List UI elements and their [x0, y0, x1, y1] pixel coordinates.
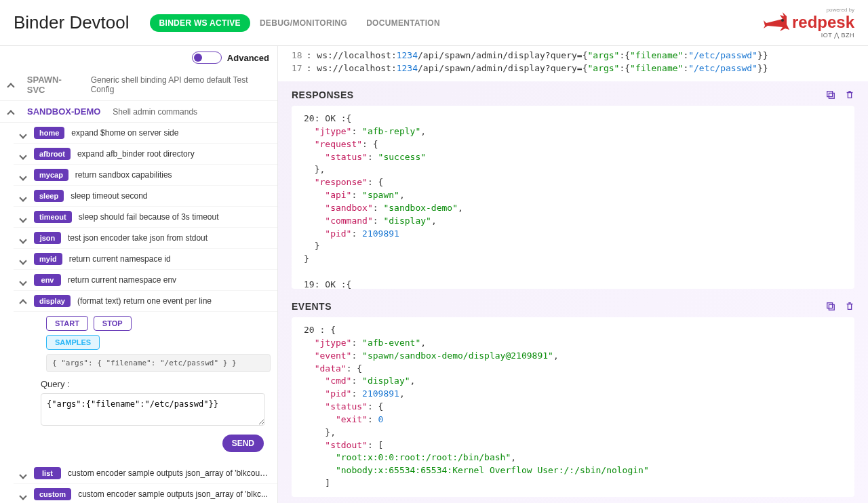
query-label: Query : [41, 379, 271, 389]
svg-rect-4 [829, 304, 834, 310]
app-title: Binder Devtool [14, 12, 130, 33]
chevron-up-icon [8, 81, 15, 88]
responses-pane[interactable]: 20: OK :{ "jtype": "afb-reply", "request… [292, 106, 854, 289]
verb-custom[interactable]: customcustom encoder sample outputs json… [14, 484, 277, 503]
api-sandbox-demo[interactable]: SANDBOX-DEMO Shell admin commands [0, 101, 277, 123]
events-header: EVENTS [278, 293, 868, 317]
trash-icon[interactable] [845, 302, 854, 311]
verb-myid[interactable]: myidreturn current namespace id [14, 249, 277, 270]
chevron-down-icon [20, 470, 27, 477]
chevron-down-icon [20, 256, 27, 262]
api-name: SANDBOX-DEMO [27, 106, 100, 117]
chevron-down-icon [20, 150, 27, 157]
verb-list[interactable]: listcustom encoder sample outputs json_a… [14, 463, 277, 484]
verb-list: homeexpand $home on server side afbroote… [0, 123, 277, 503]
nav-documentation[interactable]: DOCUMENTATION [357, 14, 450, 32]
chevron-down-icon [20, 491, 27, 498]
logo-powered-by: powered by [792, 7, 854, 13]
api-spawn-svc[interactable]: SPAWN-SVC Generic shell binding API demo… [0, 69, 277, 101]
trash-icon[interactable] [845, 90, 854, 100]
sidebar: Advanced SPAWN-SVC Generic shell binding… [0, 46, 278, 503]
responses-title: RESPONSES [292, 89, 354, 100]
start-button[interactable]: START [46, 316, 88, 331]
query-input[interactable] [41, 393, 265, 426]
logo-subtitle: IOT ⋀ BZH [792, 32, 854, 39]
verb-afbroot[interactable]: afbrootexpand afb_binder root directory [14, 144, 277, 165]
nav-binder-ws[interactable]: BINDER WS ACTIVE [150, 14, 250, 32]
verb-home[interactable]: homeexpand $home on server side [14, 123, 277, 144]
url-line-17: 17: ws://localhost:1234/api/spawn/admin/… [292, 62, 854, 75]
verb-mycap[interactable]: mycapreturn sandbox capabilities [14, 165, 277, 186]
svg-rect-3 [827, 303, 833, 308]
copy-icon[interactable] [826, 90, 835, 100]
app-header: Binder Devtool BINDER WS ACTIVE DEBUG/MO… [0, 0, 868, 46]
logo-text: redpesk [792, 13, 854, 32]
chevron-down-icon [20, 172, 27, 178]
verb-display[interactable]: display(format text) return one event pe… [14, 291, 277, 312]
brand-logo: powered by redpesk IOT ⋀ BZH [762, 7, 854, 39]
verb-timeout[interactable]: timeoutsleep should fail because of 3s t… [14, 207, 277, 228]
verb-sleep[interactable]: sleepsleep timeout second [14, 186, 277, 207]
responses-header: RESPONSES [278, 81, 868, 106]
svg-point-0 [781, 19, 784, 22]
chevron-up-icon [8, 108, 15, 115]
chevron-up-icon [20, 298, 27, 304]
request-urls: 18: ws://localhost:1234/api/spawn/admin/… [278, 46, 868, 81]
verb-json[interactable]: jsontest json encoder take json from std… [14, 228, 277, 249]
svg-rect-1 [827, 92, 833, 97]
chevron-down-icon [20, 277, 27, 283]
svg-rect-2 [829, 93, 834, 98]
advanced-label: Advanced [227, 53, 269, 63]
samples-button[interactable]: SAMPLES [46, 335, 100, 350]
nav-debug-monitoring[interactable]: DEBUG/MONITORING [250, 14, 357, 32]
content-area: 18: ws://localhost:1234/api/spawn/admin/… [278, 46, 868, 503]
verb-display-panel: START STOP SAMPLES { "args": { "filename… [14, 312, 277, 463]
chevron-down-icon [20, 129, 27, 136]
api-desc: Generic shell binding API demo default T… [91, 75, 269, 94]
chevron-down-icon [20, 235, 27, 241]
send-button[interactable]: SEND [222, 435, 264, 452]
chevron-down-icon [20, 214, 27, 220]
sample-preview[interactable]: { "args": { "filename": "/etc/passwd" } … [46, 354, 271, 372]
chevron-down-icon [20, 193, 27, 199]
redpesk-fish-icon [762, 11, 792, 35]
api-name: SPAWN-SVC [27, 75, 79, 95]
api-desc: Shell admin commands [113, 107, 197, 117]
copy-icon[interactable] [826, 302, 835, 311]
verb-env[interactable]: envreturn current namespace env [14, 270, 277, 291]
advanced-toggle[interactable] [192, 52, 222, 64]
events-pane[interactable]: 20 : { "jtype": "afb-event", "event": "s… [292, 317, 854, 497]
events-title: EVENTS [292, 301, 332, 312]
stop-button[interactable]: STOP [94, 316, 132, 331]
url-line-18: 18: ws://localhost:1234/api/spawn/admin/… [292, 49, 854, 62]
